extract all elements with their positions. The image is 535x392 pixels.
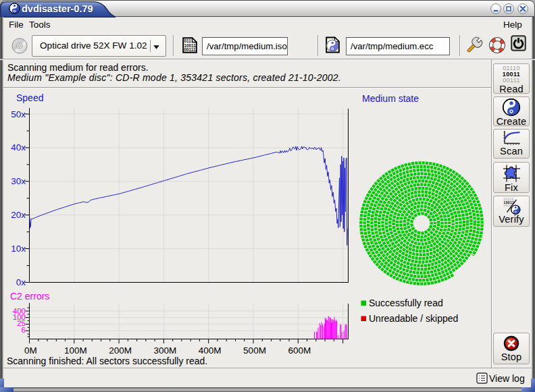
svg-text:Unreadable / skipped: Unreadable / skipped (369, 313, 458, 324)
svg-text:20x: 20x (11, 210, 26, 220)
svg-text:0x: 0x (16, 277, 26, 287)
svg-text:30x: 30x (11, 176, 26, 186)
svg-text:300M: 300M (154, 345, 177, 356)
svg-text:400M: 400M (199, 345, 222, 356)
svg-text:Medium state: Medium state (362, 93, 419, 104)
svg-text:40x: 40x (11, 142, 26, 152)
svg-text:C2 errors: C2 errors (10, 291, 49, 302)
svg-text:600M: 600M (288, 345, 311, 356)
svg-text:Successfully read: Successfully read (369, 298, 443, 308)
svg-text:0M: 0M (24, 345, 37, 356)
svg-text:200M: 200M (109, 345, 132, 356)
svg-text:100M: 100M (64, 345, 87, 356)
svg-text:50x: 50x (11, 109, 26, 119)
svg-text:500M: 500M (243, 345, 266, 356)
svg-text:10x: 10x (11, 244, 26, 254)
svg-text:Speed: Speed (16, 92, 43, 103)
svg-text:6: 6 (22, 326, 26, 334)
